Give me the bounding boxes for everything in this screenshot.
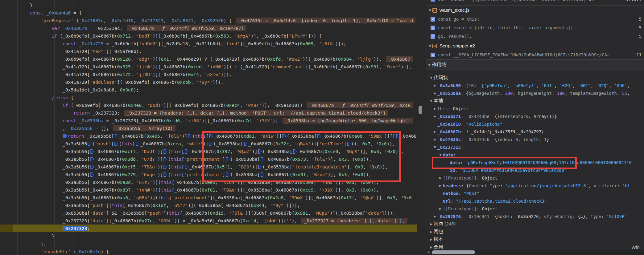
chevron-right-icon[interactable]: ▶ [429,230,434,233]
inline-breakpoint-icon[interactable] [163,149,167,154]
scope-section-closure[interactable]: ▶闭包 [426,228,644,236]
code-line[interactable]: return _0x237323;_0x237323 = {headers: {… [0,109,417,117]
code-line[interactable]: _0x41a729['addClass'](_0x6b9efb[_0x46867… [0,78,417,86]
chevron-right-icon[interactable]: ▶ [432,107,437,110]
inline-breakpoint-icon[interactable] [163,157,167,161]
chevron-down-icon[interactable]: ▼ [427,44,432,48]
chevron-right-icon[interactable]: ▶ [429,222,434,226]
code-line[interactable]: const _0x8538ba = _0x237323[_0x46867b(0x… [0,117,417,124]
code-line[interactable]: } [0,232,417,240]
code-line[interactable]: _0x6b9efb[_0x46867b(0x128, 'qdg*')](0x1,… [0,55,417,63]
code-line[interactable]: if (_0x6b9efb[_0x46867b(0x712, 'DodT')](… [0,32,417,40]
inline-breakpoint-icon[interactable] [115,134,118,138]
chevron-right-icon[interactable]: ▶ [429,238,434,241]
scroll-left-arrow-icon[interactable]: ◀ [427,250,429,254]
breakpoint-entry[interactable]: ✓go._resume();5 [426,32,644,41]
chevron-right-icon[interactable]: ▶ [432,215,437,218]
breakpoint-entry[interactable]: ✓var _oNode = jsjiami.com.v7 ;{function … [426,0,644,5]
inline-breakpoint-icon[interactable] [209,134,213,138]
code-line[interactable]: _0x41a729['text'](_0x5af08b), [0,47,417,55]
scope-section-local[interactable]: ▼本地 [426,97,644,105]
inline-breakpoint-icon[interactable] [258,165,262,169]
chevron-right-icon[interactable]: ▶ [438,207,443,210]
breakpoint-checkbox[interactable]: ✓ [431,34,435,39]
scope-variable-row[interactable]: ▶this: Object [426,105,644,112]
scrollbar-thumb[interactable] [432,250,475,254]
code-line[interactable]: _0x41a729[_0x46867b(0x925, 'ije@')](_0x4… [0,63,417,71]
code-line[interactable]: _0x3a5b56['push'](this[_0x46867b(0xeea, … [0,140,417,148]
scope-variable-row[interactable]: ▶[[Prototype]]: Object [426,174,644,182]
chevron-down-icon[interactable]: ▼ [429,76,434,79]
code-line[interactable]: } else { [0,94,417,101]
sidebar-horizontal-scrollbar[interactable]: ◀ [426,249,644,255]
resume-marker-icon[interactable] [63,134,67,138]
chevron-down-icon[interactable]: ▼ [429,99,434,103]
inline-breakpoint-icon[interactable] [347,142,351,146]
inline-breakpoint-icon[interactable] [90,149,94,154]
chevron-right-icon[interactable]: ▶ [432,130,437,133]
scope-variable-row[interactable]: method: "POST" [426,189,644,197]
code-line[interactable]: _0x41a729[_0x46867b(0x172, 'j)0U')](_0x4… [0,71,417,78]
code-line[interactable]: 'encodeStr' (_0x1e8e1d) { [0,248,417,255]
scope-variable-row[interactable]: _0x5e1d10: "validCaptcha" [426,120,644,128]
scope-variable-row[interactable]: ▶[[Prototype]]: Object [426,205,644,212]
inline-breakpoint-icon[interactable] [293,149,297,154]
code-line[interactable]: _0x8538ba['data'] && _0x3a5b56['push'](t… [0,209,417,217]
code-line[interactable]: _0x3a5b56[_0x46867b(0x779, '6xqe')](this… [0,171,417,178]
breakpoint-checkbox[interactable]: ✓ [431,53,435,57]
scope-section-closure[interactable]: ▶闭包 (246) [426,220,644,228]
scope-variable-row[interactable]: ▶_0x47635c: _0x5d74c6 {index: 0, length:… [426,136,644,143]
code-line[interactable]: _0x5da1de(_0x2c8ab8, 0x3e8); [0,86,417,94]
chevron-right-icon[interactable]: ▶ [429,245,434,249]
code-line[interactable]: _0x237323['data'][_0x46867b(0x27c, '&0%L… [0,217,417,225]
inline-breakpoint-icon[interactable] [226,157,229,161]
source-editor[interactable]: } const _0x4ad4a6 = { 'preRequest' (_0x4… [0,0,417,255]
breakpoint-checkbox[interactable]: ✓ [431,17,435,22]
breakpoint-entry[interactable]: ✓const go = this;5 [426,15,644,23]
code-line[interactable]: _0x3a5b56[_0x46867b(0xd37, ')nN#')](this… [0,186,417,194]
chevron-down-icon[interactable]: ▼ [432,145,437,149]
inline-breakpoint-icon[interactable] [114,142,118,146]
scope-variable-row[interactable]: ▶_0x3a5b56: (10) ['pGReTun', 'pGReTyJ', … [426,82,644,89]
inline-breakpoint-icon[interactable] [244,142,248,146]
code-line[interactable]: _0x3a5b56[_0x46867b(0x3dd, 'Q7dY')](this… [0,155,417,163]
scope-variable-row[interactable]: url: "//api.captcha.tianai.cloud/check3" [426,197,644,205]
chevron-right-icon[interactable]: ▶ [438,176,443,180]
paused-execution-line[interactable]: _0x237323; [0,225,417,232]
code-line[interactable]: 'preRequest' (_0x47635c, _0x5e1d10, _0x2… [0,17,417,24]
code-line[interactable]: _0x3a5b56[_0x46867b(0xef5, 'TB&o')](this… [0,163,417,171]
inline-breakpoint-icon[interactable] [90,165,94,169]
chevron-right-icon[interactable]: ▶ [432,91,437,95]
code-line[interactable]: return _0x3a5b56[_0x46867b(0x495, '[6l&'… [0,132,417,140]
inline-breakpoint-icon[interactable] [188,134,192,138]
inline-breakpoint-icon[interactable] [185,149,188,154]
code-line[interactable]: _0x3a5b56[_0x46867b(0xa3d, 'u%t7')](this… [0,178,417,186]
breakpoint-checkbox[interactable]: ✓ [431,26,435,30]
chevron-down-icon[interactable]: ▼ [427,63,432,67]
scope-variable-row[interactable]: ▼data: [426,151,644,159]
scope-variable-row[interactable]: ▶headers: {Content-Type: 'application/js… [426,182,644,189]
breakpoint-entry[interactable]: ✓const __MEGA_LICENSE_TOKEN="1Nw9tZoBAAB… [426,51,644,59]
code-line[interactable]: }, [0,240,417,248]
code-line[interactable]: _0x3a5b56[_0x46867b(0xa8, 'qGBp')](this[… [0,194,417,201]
inline-breakpoint-icon[interactable] [261,157,264,161]
scope-variable-row[interactable]: ▶_0x2a8371: _0x4243be {interceptors: Arr… [426,112,644,120]
code-line[interactable]: var _0x46867b = _0x2531ac;_0x46867b = ƒ … [0,24,417,32]
inline-breakpoint-icon[interactable] [88,142,91,146]
scope-variable-row[interactable]: ▶_0x392976: _0x19c941 {boxEl: _0x3a9276,… [426,212,644,220]
code-line[interactable]: _0x3a5b56[_0x46867b(0xcff, 'DodT')](this… [0,148,417,155]
chevron-right-icon[interactable]: ▶ [432,138,437,141]
breakpoint-entry[interactable]: ✓const event = {id: id, this: this, args… [426,23,644,32]
inline-breakpoint-icon[interactable] [396,134,400,138]
editor-vertical-scrollbar[interactable] [419,106,422,114]
breakpoint-checkbox[interactable]: ✓ [431,0,435,2]
scope-section-block[interactable]: ▼代码块 [426,74,644,82]
chevron-down-icon[interactable]: ▼ [427,9,432,12]
inline-breakpoint-icon[interactable] [185,165,188,169]
code-line[interactable]: if (_0x6b9efb[_0x46867b(0x4e8, 'DodT')](… [0,101,417,109]
inline-breakpoint-icon[interactable] [209,142,213,146]
scope-variable-row[interactable]: ▼_0x237323: [426,143,644,151]
inline-breakpoint-icon[interactable] [226,172,229,177]
scope-variable-row[interactable]: ▶_0x8538ba: {bgImageWidth: 300, bgImageH… [426,89,644,97]
chevron-right-icon[interactable]: ▶ [438,184,443,187]
